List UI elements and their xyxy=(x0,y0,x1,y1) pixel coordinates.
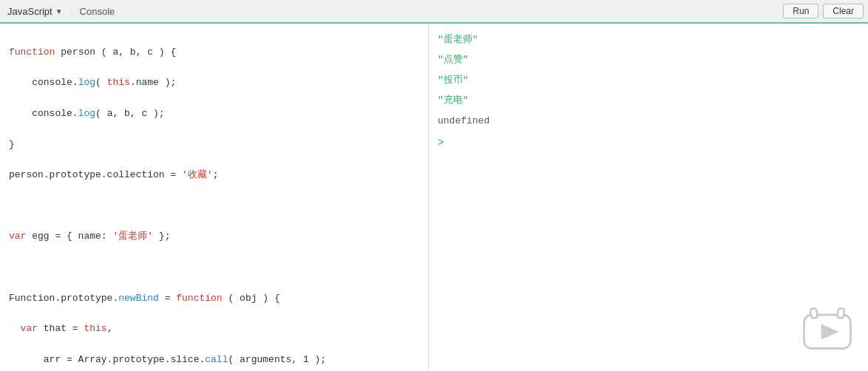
top-bar: JavaScript ▼ Console Run Clear xyxy=(0,0,868,24)
clear-button[interactable]: Clear xyxy=(823,4,864,18)
console-label: Console xyxy=(80,6,115,17)
console-prompt[interactable]: > xyxy=(438,131,859,155)
console-header-area: Console xyxy=(70,6,784,17)
language-selector[interactable]: JavaScript ▼ xyxy=(0,0,70,22)
console-line-3: "投币" xyxy=(438,70,859,90)
svg-rect-1 xyxy=(810,308,818,319)
code-editor[interactable]: function person ( a, b, c ) { console.lo… xyxy=(0,24,429,371)
console-line-1: "蛋老师" xyxy=(438,30,859,50)
bilibili-logo xyxy=(801,304,853,356)
console-line-4: "充电" xyxy=(438,90,859,110)
run-button[interactable]: Run xyxy=(783,4,818,18)
main-area: function person ( a, b, c ) { console.lo… xyxy=(0,24,868,371)
language-label: JavaScript xyxy=(7,6,52,17)
console-output-panel: "蛋老师" "点赞" "投币" "充电" undefined > xyxy=(429,24,868,371)
svg-rect-2 xyxy=(837,308,844,319)
console-line-5: undefined xyxy=(438,111,859,131)
console-line-2: "点赞" xyxy=(438,50,859,69)
chevron-down-icon: ▼ xyxy=(55,7,63,16)
